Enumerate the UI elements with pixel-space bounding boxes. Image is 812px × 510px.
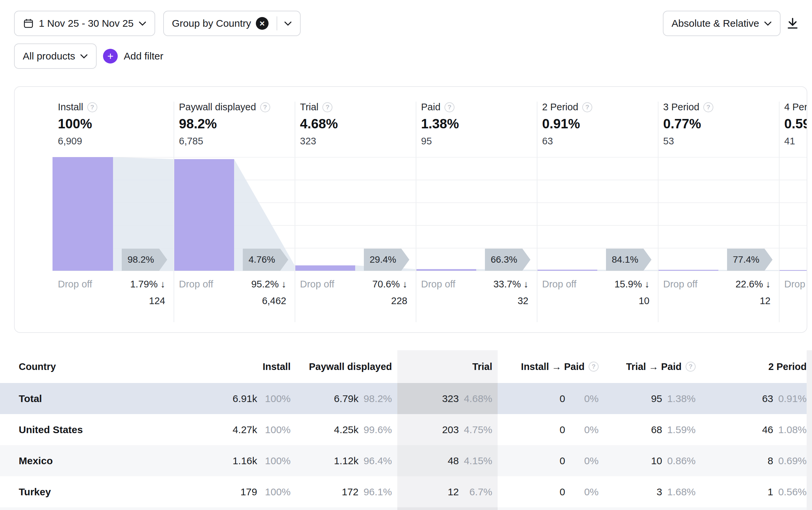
arrow-down-icon: ↓ <box>763 279 771 290</box>
dropoff-label: Drop off <box>421 279 456 290</box>
dropoff-label: Drop off <box>784 279 807 290</box>
cell-count: 46 <box>762 424 773 436</box>
dropoff-rate: 15.9% ↓ <box>614 279 649 290</box>
table-header-2-period[interactable]: 2 Period <box>701 350 812 383</box>
column-header-label: Install <box>263 361 291 372</box>
conversion-badge: 84.1% <box>606 249 651 271</box>
table-row[interactable]: Turkey179100%17296.1%126.7%00%31.68%10.5… <box>0 476 812 507</box>
funnel-step-column[interactable]: 3 Period?0.77%53Drop off22.6% ↓12 <box>658 87 779 333</box>
help-icon[interactable]: ? <box>322 102 332 112</box>
dropoff-rate-value: 15.9% <box>614 279 642 290</box>
column-header-label: Country <box>19 361 56 372</box>
dropoff-block: Drop off95.2% ↓6,462 <box>174 276 295 320</box>
cell-count: 0 <box>559 393 565 404</box>
products-filter-label: All products <box>23 51 75 62</box>
funnel-step-label: Install <box>58 101 83 113</box>
column-header-label: 2 Period <box>768 361 807 372</box>
table-header-trial-paid[interactable]: Trial → Paid? <box>604 350 701 383</box>
download-button[interactable] <box>785 11 800 36</box>
remove-group-by-button[interactable]: ✕ <box>256 17 268 30</box>
country-name: Total <box>19 393 42 404</box>
country-name: Turkey <box>19 486 51 498</box>
dropoff-rate-value: 95.2% <box>251 279 279 290</box>
dropoff-label: Drop off <box>300 279 335 290</box>
group-by-chip[interactable]: Group by Country ✕ <box>163 11 301 36</box>
table-row[interactable]: Total6.91k100%6.79k98.2%3234.68%00%951.3… <box>0 383 812 414</box>
dropoff-count: 12 <box>760 295 771 306</box>
cell-count: 68 <box>651 424 662 436</box>
cell-percent: 100% <box>261 455 291 467</box>
products-filter-dropdown[interactable]: All products <box>14 43 97 69</box>
help-icon[interactable]: ? <box>686 362 696 372</box>
cell-percent: 0.56% <box>777 486 807 498</box>
help-icon[interactable]: ? <box>444 102 455 112</box>
value-cell: 461.08% <box>701 414 812 445</box>
dropoff-label: Drop off <box>542 279 577 290</box>
value-cell: 126.7% <box>397 476 498 507</box>
dropoff-count: 124 <box>149 295 165 306</box>
funnel-step-column[interactable]: 4 Period?0.59%41Drop off <box>779 87 807 333</box>
table-row[interactable]: United States4.27k100%4.25k99.6%2034.75%… <box>0 414 812 445</box>
table-header-trial[interactable]: Trial <box>397 350 498 383</box>
funnel-step-column[interactable]: Trial?4.68%323Drop off70.6% ↓228 <box>295 87 416 333</box>
scrollbar-gutter[interactable] <box>807 350 812 510</box>
funnel-step-rate: 100% <box>58 116 92 131</box>
conversion-badge: 4.76% <box>243 249 288 271</box>
value-cell: 3234.68% <box>397 383 498 414</box>
funnel-step-count: 95 <box>421 136 432 147</box>
dropoff-count: 10 <box>639 295 649 306</box>
plus-icon: + <box>103 49 118 63</box>
column-header-label: Trial → Paid <box>626 361 682 372</box>
funnel-step-label: Trial <box>300 101 318 113</box>
cell-percent: 0.86% <box>666 455 696 467</box>
cell-count: 1.16k <box>233 455 257 467</box>
country-cell: Turkey <box>0 476 195 507</box>
cell-percent: 100% <box>261 424 291 436</box>
cell-percent: 1.38% <box>666 393 696 404</box>
cell-count: 203 <box>442 424 459 436</box>
funnel-step-column[interactable]: Paywall displayed?98.2%6,785Drop off95.2… <box>174 87 295 333</box>
funnel-step-column[interactable]: 2 Period?0.91%63Drop off15.9% ↓10 <box>537 87 658 333</box>
cell-percent: 0.91% <box>777 393 807 404</box>
table-header-install-paid[interactable]: Install → Paid? <box>498 350 604 383</box>
funnel-step-count: 41 <box>784 136 795 147</box>
conversion-badge: 98.2% <box>122 249 167 271</box>
dropoff-block: Drop off22.6% ↓12 <box>658 276 779 320</box>
help-icon[interactable]: ? <box>582 102 592 112</box>
help-icon[interactable]: ? <box>589 362 599 372</box>
value-cell: 4.25k99.6% <box>296 414 397 445</box>
help-icon[interactable]: ? <box>703 102 713 112</box>
table-row[interactable]: Mexico1.16k100%1.12k96.4%484.15%00%100.8… <box>0 445 812 476</box>
cell-percent: 96.1% <box>362 486 392 498</box>
cell-percent: 0% <box>569 455 599 467</box>
funnel-step-column[interactable]: Paid?1.38%95Drop off33.7% ↓32 <box>416 87 537 333</box>
cell-percent: 100% <box>261 393 291 404</box>
help-icon[interactable]: ? <box>260 102 270 112</box>
funnel-step-rate: 0.59% <box>784 116 807 131</box>
table-row-partial[interactable] <box>0 507 812 510</box>
table-header-paywall-displayed[interactable]: Paywall displayed <box>296 350 397 383</box>
funnel-step-column[interactable]: Install?100%6,909Drop off1.79% ↓124 <box>53 87 174 333</box>
date-range-picker[interactable]: 1 Nov 25 - 30 Nov 25 <box>14 11 155 36</box>
cell-percent: 1.59% <box>666 424 696 436</box>
country-name: United States <box>19 424 83 436</box>
table-header-country[interactable]: Country <box>0 350 195 383</box>
add-filter-button[interactable]: + Add filter <box>103 43 163 69</box>
arrow-down-icon: ↓ <box>157 279 165 290</box>
value-cell <box>701 507 812 510</box>
cell-count: 0 <box>559 424 565 436</box>
funnel-step-count: 63 <box>542 136 553 147</box>
display-mode-dropdown[interactable]: Absolute & Relative <box>663 11 781 36</box>
value-cell: 630.91% <box>701 383 812 414</box>
cell-count: 63 <box>762 393 773 404</box>
table-header-install[interactable]: Install <box>195 350 296 383</box>
dropoff-label: Drop off <box>58 279 92 290</box>
cell-percent: 6.7% <box>463 486 492 498</box>
cell-percent: 100% <box>261 486 291 498</box>
help-icon[interactable]: ? <box>87 102 97 112</box>
chevron-down-icon[interactable] <box>284 21 292 26</box>
add-filter-label: Add filter <box>124 51 163 62</box>
cell-count: 12 <box>448 486 459 498</box>
cell-percent: 0.69% <box>777 455 807 467</box>
value-cell: 1.12k96.4% <box>296 445 397 476</box>
